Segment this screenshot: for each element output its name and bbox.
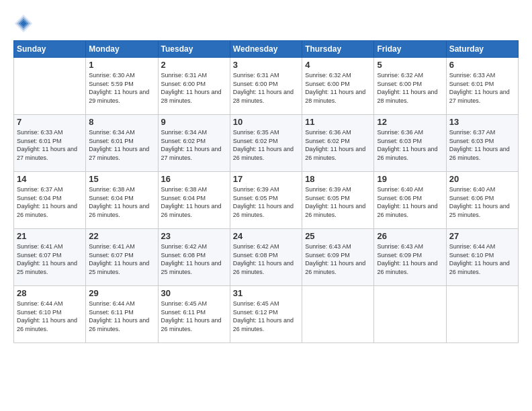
day-number: 3 [233, 60, 299, 70]
calendar-cell: 16Sunrise: 6:38 AMSunset: 6:04 PMDayligh… [158, 172, 230, 229]
day-info: Sunrise: 6:39 AMSunset: 6:05 PMDaylight:… [305, 185, 371, 219]
day-info: Sunrise: 6:32 AMSunset: 6:00 PMDaylight:… [377, 71, 443, 105]
calendar-cell: 1Sunrise: 6:30 AMSunset: 5:59 PMDaylight… [86, 58, 158, 115]
day-number: 15 [89, 174, 154, 184]
calendar-cell: 26Sunrise: 6:43 AMSunset: 6:09 PMDayligh… [374, 229, 446, 286]
day-number: 2 [161, 60, 227, 70]
logo-icon [13, 13, 34, 34]
day-number: 4 [305, 60, 371, 70]
day-number: 17 [233, 174, 299, 184]
calendar-cell: 18Sunrise: 6:39 AMSunset: 6:05 PMDayligh… [302, 172, 374, 229]
day-header-wednesday: Wednesday [230, 41, 302, 58]
day-info: Sunrise: 6:35 AMSunset: 6:02 PMDaylight:… [233, 128, 299, 162]
calendar-header: SundayMondayTuesdayWednesdayThursdayFrid… [14, 41, 519, 58]
day-info: Sunrise: 6:34 AMSunset: 6:02 PMDaylight:… [161, 128, 227, 162]
day-header-thursday: Thursday [302, 41, 374, 58]
day-info: Sunrise: 6:43 AMSunset: 6:09 PMDaylight:… [305, 242, 371, 276]
header [13, 13, 519, 34]
header-row: SundayMondayTuesdayWednesdayThursdayFrid… [14, 41, 519, 58]
day-info: Sunrise: 6:37 AMSunset: 6:03 PMDaylight:… [449, 128, 515, 162]
calendar-cell: 28Sunrise: 6:44 AMSunset: 6:10 PMDayligh… [14, 286, 86, 343]
calendar-cell [302, 286, 374, 343]
day-info: Sunrise: 6:43 AMSunset: 6:09 PMDaylight:… [377, 242, 443, 276]
calendar-cell: 14Sunrise: 6:37 AMSunset: 6:04 PMDayligh… [14, 172, 86, 229]
day-number: 9 [161, 117, 227, 127]
day-info: Sunrise: 6:37 AMSunset: 6:04 PMDaylight:… [17, 185, 83, 219]
day-info: Sunrise: 6:36 AMSunset: 6:03 PMDaylight:… [377, 128, 443, 162]
calendar-cell: 23Sunrise: 6:42 AMSunset: 6:08 PMDayligh… [158, 229, 230, 286]
week-row-1: 1Sunrise: 6:30 AMSunset: 5:59 PMDaylight… [14, 58, 519, 115]
day-info: Sunrise: 6:31 AMSunset: 6:00 PMDaylight:… [233, 71, 299, 105]
calendar-cell: 9Sunrise: 6:34 AMSunset: 6:02 PMDaylight… [158, 115, 230, 172]
day-header-sunday: Sunday [14, 41, 86, 58]
day-info: Sunrise: 6:38 AMSunset: 6:04 PMDaylight:… [89, 185, 154, 219]
calendar-cell: 13Sunrise: 6:37 AMSunset: 6:03 PMDayligh… [446, 115, 518, 172]
day-number: 23 [161, 231, 227, 241]
day-number: 29 [89, 288, 154, 298]
day-number: 8 [89, 117, 154, 127]
day-info: Sunrise: 6:39 AMSunset: 6:05 PMDaylight:… [233, 185, 299, 219]
calendar-cell: 10Sunrise: 6:35 AMSunset: 6:02 PMDayligh… [230, 115, 302, 172]
day-info: Sunrise: 6:36 AMSunset: 6:02 PMDaylight:… [305, 128, 371, 162]
day-info: Sunrise: 6:42 AMSunset: 6:08 PMDaylight:… [161, 242, 227, 276]
day-number: 1 [89, 60, 154, 70]
calendar-cell [14, 58, 86, 115]
calendar-cell: 19Sunrise: 6:40 AMSunset: 6:06 PMDayligh… [374, 172, 446, 229]
day-info: Sunrise: 6:30 AMSunset: 5:59 PMDaylight:… [89, 71, 154, 105]
day-number: 30 [161, 288, 227, 298]
day-number: 6 [449, 60, 515, 70]
calendar-cell: 25Sunrise: 6:43 AMSunset: 6:09 PMDayligh… [302, 229, 374, 286]
day-number: 7 [17, 117, 83, 127]
day-number: 24 [233, 231, 299, 241]
week-row-5: 28Sunrise: 6:44 AMSunset: 6:10 PMDayligh… [14, 286, 519, 343]
calendar-cell: 22Sunrise: 6:41 AMSunset: 6:07 PMDayligh… [86, 229, 158, 286]
day-number: 21 [17, 231, 83, 241]
calendar-cell: 15Sunrise: 6:38 AMSunset: 6:04 PMDayligh… [86, 172, 158, 229]
day-header-saturday: Saturday [446, 41, 518, 58]
day-number: 5 [377, 60, 443, 70]
day-info: Sunrise: 6:33 AMSunset: 6:01 PMDaylight:… [17, 128, 83, 162]
calendar-cell: 21Sunrise: 6:41 AMSunset: 6:07 PMDayligh… [14, 229, 86, 286]
calendar-cell: 2Sunrise: 6:31 AMSunset: 6:00 PMDaylight… [158, 58, 230, 115]
day-number: 20 [449, 174, 515, 184]
calendar-cell: 30Sunrise: 6:45 AMSunset: 6:11 PMDayligh… [158, 286, 230, 343]
day-info: Sunrise: 6:45 AMSunset: 6:12 PMDaylight:… [233, 300, 299, 333]
day-info: Sunrise: 6:33 AMSunset: 6:01 PMDaylight:… [449, 71, 515, 105]
day-info: Sunrise: 6:34 AMSunset: 6:01 PMDaylight:… [89, 128, 154, 162]
day-header-friday: Friday [374, 41, 446, 58]
day-info: Sunrise: 6:44 AMSunset: 6:10 PMDaylight:… [17, 300, 83, 333]
day-info: Sunrise: 6:45 AMSunset: 6:11 PMDaylight:… [161, 300, 227, 333]
calendar-cell: 11Sunrise: 6:36 AMSunset: 6:02 PMDayligh… [302, 115, 374, 172]
day-number: 22 [89, 231, 154, 241]
day-number: 13 [449, 117, 515, 127]
calendar-cell: 17Sunrise: 6:39 AMSunset: 6:05 PMDayligh… [230, 172, 302, 229]
calendar-cell: 27Sunrise: 6:44 AMSunset: 6:10 PMDayligh… [446, 229, 518, 286]
day-number: 25 [305, 231, 371, 241]
day-number: 12 [377, 117, 443, 127]
logo [13, 13, 36, 34]
day-info: Sunrise: 6:32 AMSunset: 6:00 PMDaylight:… [305, 71, 371, 105]
week-row-2: 7Sunrise: 6:33 AMSunset: 6:01 PMDaylight… [14, 115, 519, 172]
calendar-cell: 12Sunrise: 6:36 AMSunset: 6:03 PMDayligh… [374, 115, 446, 172]
day-info: Sunrise: 6:42 AMSunset: 6:08 PMDaylight:… [233, 242, 299, 276]
day-info: Sunrise: 6:41 AMSunset: 6:07 PMDaylight:… [17, 242, 83, 276]
week-row-4: 21Sunrise: 6:41 AMSunset: 6:07 PMDayligh… [14, 229, 519, 286]
day-info: Sunrise: 6:40 AMSunset: 6:06 PMDaylight:… [449, 185, 515, 219]
calendar-cell: 8Sunrise: 6:34 AMSunset: 6:01 PMDaylight… [86, 115, 158, 172]
calendar-cell: 7Sunrise: 6:33 AMSunset: 6:01 PMDaylight… [14, 115, 86, 172]
calendar-cell [446, 286, 518, 343]
calendar: SundayMondayTuesdayWednesdayThursdayFrid… [13, 40, 519, 343]
day-info: Sunrise: 6:31 AMSunset: 6:00 PMDaylight:… [161, 71, 227, 105]
day-info: Sunrise: 6:40 AMSunset: 6:06 PMDaylight:… [377, 185, 443, 219]
day-number: 19 [377, 174, 443, 184]
calendar-cell: 20Sunrise: 6:40 AMSunset: 6:06 PMDayligh… [446, 172, 518, 229]
day-number: 26 [377, 231, 443, 241]
day-info: Sunrise: 6:44 AMSunset: 6:11 PMDaylight:… [89, 300, 154, 333]
calendar-cell: 31Sunrise: 6:45 AMSunset: 6:12 PMDayligh… [230, 286, 302, 343]
calendar-cell: 29Sunrise: 6:44 AMSunset: 6:11 PMDayligh… [86, 286, 158, 343]
day-number: 28 [17, 288, 83, 298]
day-header-tuesday: Tuesday [158, 41, 230, 58]
calendar-cell: 5Sunrise: 6:32 AMSunset: 6:00 PMDaylight… [374, 58, 446, 115]
day-info: Sunrise: 6:38 AMSunset: 6:04 PMDaylight:… [161, 185, 227, 219]
page: SundayMondayTuesdayWednesdayThursdayFrid… [0, 0, 532, 411]
